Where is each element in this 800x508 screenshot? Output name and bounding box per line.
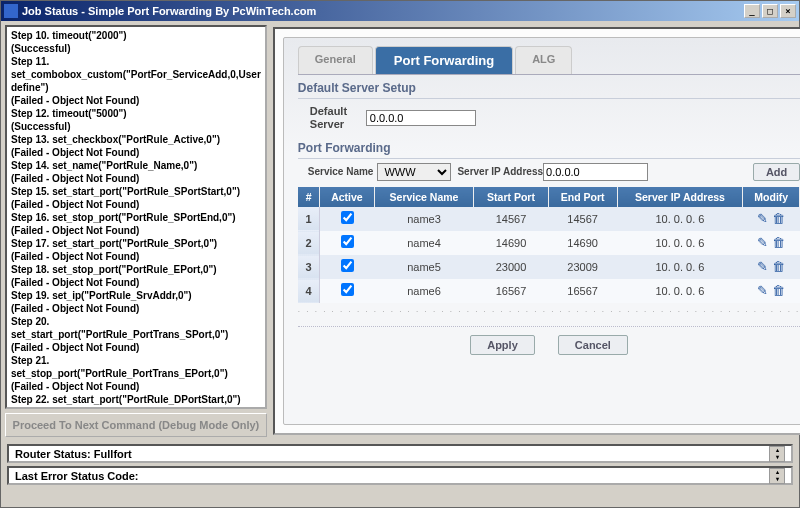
cell-ip: 10. 0. 0. 6 bbox=[617, 231, 742, 255]
divider-dots: · · · · · · · · · · · · · · · · · · · · … bbox=[298, 307, 800, 316]
col-num: # bbox=[298, 187, 320, 207]
col-ip: Server IP Address bbox=[617, 187, 742, 207]
service-name-label: Service Name bbox=[308, 166, 374, 177]
trash-icon[interactable]: 🗑 bbox=[772, 235, 785, 250]
default-server-input[interactable] bbox=[366, 110, 476, 126]
section-port-forwarding: Port Forwarding bbox=[298, 141, 800, 159]
cell-modify: ✎🗑 bbox=[743, 207, 800, 231]
cell-name: name3 bbox=[374, 207, 474, 231]
cell-start: 23000 bbox=[474, 255, 548, 279]
cell-end: 14690 bbox=[548, 231, 617, 255]
log-output[interactable]: Step 10. timeout("2000") (Successful) St… bbox=[5, 25, 267, 409]
cell-start: 16567 bbox=[474, 279, 548, 303]
tab-alg[interactable]: ALG bbox=[515, 46, 572, 74]
col-active: Active bbox=[320, 187, 374, 207]
edit-icon[interactable]: ✎ bbox=[757, 259, 768, 274]
table-row: 1name3145671456710. 0. 0. 6✎🗑 bbox=[298, 207, 800, 231]
cell-start: 14690 bbox=[474, 231, 548, 255]
edit-icon[interactable]: ✎ bbox=[757, 235, 768, 250]
trash-icon[interactable]: 🗑 bbox=[772, 259, 785, 274]
maximize-button[interactable]: □ bbox=[762, 4, 778, 18]
router-status-bar: Router Status: Fullfort ▴▾ bbox=[7, 444, 793, 463]
apply-button[interactable]: Apply bbox=[470, 335, 535, 355]
cell-name: name5 bbox=[374, 255, 474, 279]
cell-end: 16567 bbox=[548, 279, 617, 303]
table-row: 4name6165671656710. 0. 0. 6✎🗑 bbox=[298, 279, 800, 303]
cell-num: 1 bbox=[298, 207, 320, 231]
table-row: 3name5230002300910. 0. 0. 6✎🗑 bbox=[298, 255, 800, 279]
service-name-select[interactable]: WWW bbox=[377, 163, 451, 181]
cancel-button[interactable]: Cancel bbox=[558, 335, 628, 355]
cell-num: 3 bbox=[298, 255, 320, 279]
spinner[interactable]: ▴▾ bbox=[769, 446, 785, 462]
cell-ip: 10. 0. 0. 6 bbox=[617, 255, 742, 279]
cell-modify: ✎🗑 bbox=[743, 231, 800, 255]
spinner[interactable]: ▴▾ bbox=[769, 468, 785, 484]
section-default-server: Default Server Setup bbox=[298, 81, 800, 99]
default-server-label: Default Server bbox=[310, 105, 366, 131]
active-checkbox[interactable] bbox=[341, 235, 354, 248]
close-button[interactable]: × bbox=[780, 4, 796, 18]
cell-end: 23009 bbox=[548, 255, 617, 279]
edit-icon[interactable]: ✎ bbox=[757, 283, 768, 298]
active-checkbox[interactable] bbox=[341, 211, 354, 224]
cell-ip: 10. 0. 0. 6 bbox=[617, 207, 742, 231]
active-checkbox[interactable] bbox=[341, 259, 354, 272]
tab-port-forwarding[interactable]: Port Forwarding bbox=[375, 46, 513, 74]
add-button[interactable]: Add bbox=[753, 163, 800, 181]
server-ip-label: Server IP Address bbox=[457, 166, 543, 177]
cell-active bbox=[320, 231, 374, 255]
cell-active bbox=[320, 279, 374, 303]
window-title: Job Status - Simple Port Forwarding By P… bbox=[22, 5, 744, 17]
col-start: Start Port bbox=[474, 187, 548, 207]
table-row: 2name4146901469010. 0. 0. 6✎🗑 bbox=[298, 231, 800, 255]
cell-active bbox=[320, 207, 374, 231]
cell-end: 14567 bbox=[548, 207, 617, 231]
error-status-bar: Last Error Status Code: ▴▾ bbox=[7, 466, 793, 485]
server-ip-input[interactable] bbox=[543, 163, 648, 181]
col-end: End Port bbox=[548, 187, 617, 207]
cell-modify: ✎🗑 bbox=[743, 279, 800, 303]
cell-active bbox=[320, 255, 374, 279]
cell-modify: ✎🗑 bbox=[743, 255, 800, 279]
cell-num: 2 bbox=[298, 231, 320, 255]
col-name: Service Name bbox=[374, 187, 474, 207]
trash-icon[interactable]: 🗑 bbox=[772, 211, 785, 226]
proceed-button[interactable]: Proceed To Next Command (Debug Mode Only… bbox=[5, 413, 267, 437]
cell-ip: 10. 0. 0. 6 bbox=[617, 279, 742, 303]
minimize-button[interactable]: _ bbox=[744, 4, 760, 18]
cell-num: 4 bbox=[298, 279, 320, 303]
titlebar: Job Status - Simple Port Forwarding By P… bbox=[1, 1, 799, 21]
edit-icon[interactable]: ✎ bbox=[757, 211, 768, 226]
active-checkbox[interactable] bbox=[341, 283, 354, 296]
col-modify: Modify bbox=[743, 187, 800, 207]
router-panel: General Port Forwarding ALG Default Serv… bbox=[283, 37, 800, 425]
cell-name: name4 bbox=[374, 231, 474, 255]
tab-general[interactable]: General bbox=[298, 46, 373, 74]
router-status-text: Router Status: Fullfort bbox=[15, 448, 769, 460]
cell-start: 14567 bbox=[474, 207, 548, 231]
cell-name: name6 bbox=[374, 279, 474, 303]
app-icon bbox=[4, 4, 18, 18]
port-forwarding-table: # Active Service Name Start Port End Por… bbox=[298, 187, 800, 303]
error-status-text: Last Error Status Code: bbox=[15, 470, 769, 482]
trash-icon[interactable]: 🗑 bbox=[772, 283, 785, 298]
